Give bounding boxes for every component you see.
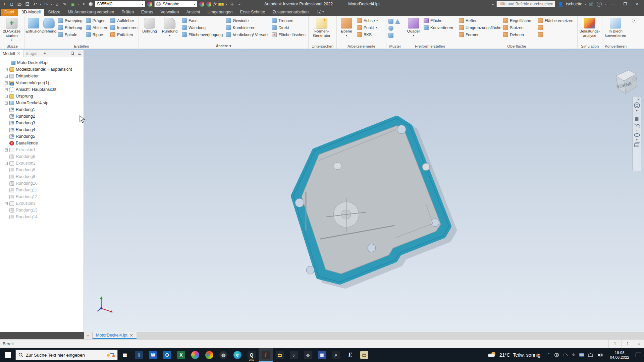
flaeche-loeschen-button[interactable]: Fläche löschen <box>271 31 307 38</box>
dropdown-caret-icon[interactable]: ▾ <box>413 34 414 37</box>
dropdown-caret-icon[interactable]: ▾ <box>346 34 347 37</box>
spirale-button[interactable]: Spirale <box>57 31 84 38</box>
taskbar-app-teams[interactable]: ▣ <box>315 348 329 362</box>
dropdown-caret-icon[interactable]: ▾ <box>169 34 170 37</box>
tree-item[interactable]: Rundung12 <box>0 193 84 200</box>
help-search-input[interactable] <box>496 1 555 7</box>
stutzen-button[interactable]: Stutzen <box>502 24 536 31</box>
tray-volume-icon[interactable] <box>598 353 603 357</box>
tree-item-label[interactable]: Ursprung <box>16 94 33 99</box>
tree-item[interactable]: +Extrusion2 <box>0 160 84 167</box>
look-at-icon[interactable] <box>634 142 640 147</box>
tray-chevron-up-icon[interactable]: ⌃ <box>547 353 550 357</box>
open-file-icon[interactable]: 🗁 <box>17 1 22 7</box>
search-expand-icon[interactable]: ▸ <box>492 3 494 6</box>
ribbon-minimize-icon[interactable]: ▾ <box>632 18 637 23</box>
tree-item-label[interactable]: Rundung10 <box>16 181 38 186</box>
taskbar-app-task-view[interactable]: ▦ <box>118 348 132 362</box>
praegen-button[interactable]: Prägen <box>85 17 108 24</box>
search-highlight-weather-icon[interactable] <box>107 353 115 357</box>
orbit-icon[interactable] <box>634 132 640 138</box>
navigation-bar[interactable]: ✕ ▾ ▾ ▾ <box>632 96 641 171</box>
heften-button[interactable]: Heften <box>458 17 501 24</box>
browser-tab-modell[interactable]: Modell ✕ <box>0 50 23 57</box>
tab-3d-modell[interactable]: 3D-Modell <box>18 9 44 16</box>
expand-icon[interactable]: + <box>5 81 8 84</box>
appearance-combobox[interactable]: *Vorgabe ▾ <box>154 1 197 7</box>
close-button[interactable]: ✕ <box>633 1 642 7</box>
material-combobox[interactable]: S355MC ▾ <box>95 1 145 7</box>
sketch-return-icon[interactable]: ✎ <box>62 1 68 7</box>
color-wheel-icon[interactable] <box>147 2 152 7</box>
tree-item[interactable]: Rundung13 <box>0 207 84 214</box>
dehnen-button[interactable]: Dehnen <box>502 31 536 38</box>
tree-item[interactable]: +Ansicht: Hauptansicht <box>0 86 84 93</box>
drehung-button[interactable]: Drehung <box>42 17 56 34</box>
select-icon[interactable]: ⌖ <box>81 1 87 7</box>
taskbar-app-your-phone[interactable]: ▯ <box>132 348 146 362</box>
tree-item[interactable]: Rundung1 <box>0 106 84 113</box>
taskbar-app-chrome[interactable]: ● <box>202 348 216 362</box>
tree-item-label[interactable]: Rundung6 <box>16 154 35 159</box>
expand-icon[interactable]: + <box>5 202 8 205</box>
sweeping-button[interactable]: Sweeping <box>57 17 84 24</box>
tray-onedrive-icon[interactable] <box>563 353 568 357</box>
aufkleber-button[interactable]: Aufkleber <box>109 17 139 24</box>
ribbon-toggle-caret-icon[interactable]: ▾ <box>322 10 324 13</box>
add-command-icon[interactable]: ✚ <box>229 1 235 7</box>
redo-caret-icon[interactable]: ▾ <box>51 3 52 6</box>
tab-erste-schritte[interactable]: Erste Schritte <box>236 9 269 16</box>
expand-icon[interactable]: + <box>5 148 8 152</box>
tray-display-icon[interactable] <box>579 353 584 357</box>
mirror-icon[interactable] <box>395 19 400 24</box>
tree-item[interactable]: Rundung5 <box>0 133 84 140</box>
tab-verwalten[interactable]: Verwalten <box>157 9 183 16</box>
surface-tool2-button[interactable] <box>537 31 574 38</box>
punkt-button[interactable]: Punkt▾ <box>356 24 379 31</box>
panel-aendern-label[interactable]: Ändern ▾ <box>139 44 308 48</box>
ebene-button[interactable]: Ebene ▾ <box>338 17 355 37</box>
navigation-wheel-icon[interactable] <box>634 102 640 109</box>
tree-item-label[interactable]: Drittanbieter <box>16 74 39 78</box>
view-cube[interactable]: VORNE <box>611 66 639 97</box>
expand-icon[interactable]: + <box>5 95 8 98</box>
measure-icon[interactable] <box>218 3 224 6</box>
tree-item[interactable]: +Extrusion1 <box>0 146 84 153</box>
taskbar-app-dark-app[interactable]: ◆ <box>301 348 315 362</box>
tree-item[interactable]: Rundung10 <box>0 180 84 187</box>
fase-button[interactable]: Fase <box>181 17 224 24</box>
tab-zusammenarbeiten[interactable]: Zusammenarbeiten <box>269 9 313 16</box>
flaechenverjuengung-button[interactable]: Flächenverjüngung <box>181 31 224 38</box>
user-name[interactable]: tschuette <box>566 2 582 6</box>
in-blech-konvertieren-button[interactable]: In Blech konvertieren <box>603 17 628 38</box>
tray-battery-icon[interactable] <box>588 353 594 357</box>
tab-datei[interactable]: Datei <box>1 9 18 16</box>
ribbon-collapse-icon[interactable]: ▴ <box>317 10 321 14</box>
tree-item-label[interactable]: Rundung9 <box>16 174 35 179</box>
home-tab-button[interactable]: ⌂ <box>84 332 93 339</box>
tree-item-label[interactable]: Rundung8 <box>16 168 35 172</box>
taskbar-app-search-app[interactable]: ⌕ <box>329 348 343 362</box>
bks-button[interactable]: BKS <box>356 31 379 38</box>
taskbar-clock[interactable]: 19:08 04.06.2022 <box>606 350 633 360</box>
start-2d-sketch-button[interactable]: 2D-Skizze starten ▾ <box>1 17 22 42</box>
help-caret-icon[interactable]: ▾ <box>604 3 606 6</box>
navwheel-caret-icon[interactable]: ▾ <box>636 109 637 112</box>
tab-pruefen[interactable]: Prüfen <box>118 9 138 16</box>
app-store-cart-icon[interactable]: 🛒 <box>589 2 594 6</box>
undo-caret-icon[interactable]: ▾ <box>40 3 41 6</box>
taskbar-app-file-explorer[interactable]: 🗀 <box>273 348 287 362</box>
achse-button[interactable]: Achse▾ <box>356 17 379 24</box>
tree-item-label[interactable]: MotorDeckel4.stp <box>16 101 48 105</box>
material-caret-icon[interactable]: ▾ <box>142 3 143 6</box>
tree-item[interactable]: Rundung8 <box>0 167 84 173</box>
help-icon[interactable]: ? <box>597 2 602 7</box>
formen-button[interactable]: Formen <box>458 31 501 38</box>
tree-item-label[interactable]: Rundung12 <box>16 194 38 199</box>
adjust-appearance-icon[interactable] <box>199 2 204 7</box>
dropdown-caret-icon[interactable]: ▾ <box>11 39 12 42</box>
status-menu-icon[interactable]: ≡ <box>634 341 644 347</box>
tab-mit-anmerkung-versehen[interactable]: Mit Anmerkung versehen <box>64 9 118 16</box>
flaeche-ersetzen-button[interactable]: Fläche ersetzen <box>537 17 574 24</box>
tree-item[interactable]: Rundung4 <box>0 126 84 133</box>
